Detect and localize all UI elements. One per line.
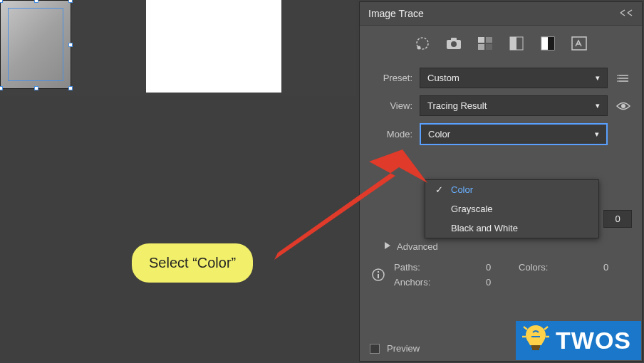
- colors-label: Colors:: [519, 262, 599, 273]
- watermark-badge: TWOS: [516, 321, 641, 360]
- selection-handle[interactable]: [34, 0, 38, 3]
- svg-rect-10: [510, 37, 516, 50]
- preset-select[interactable]: Custom ▾: [420, 68, 608, 88]
- selection-handle[interactable]: [34, 86, 38, 90]
- outline-icon[interactable]: [570, 36, 588, 51]
- view-select[interactable]: Tracing Result ▾: [420, 95, 608, 116]
- eye-icon[interactable]: [615, 101, 632, 111]
- auto-color-icon[interactable]: [413, 36, 432, 51]
- tutorial-callout: Select “Color”: [132, 243, 253, 283]
- svg-line-26: [524, 327, 527, 330]
- svg-point-19: [617, 80, 618, 82]
- grayscale-icon[interactable]: [507, 36, 526, 51]
- camera-icon[interactable]: [445, 36, 463, 51]
- paths-label: Paths:: [394, 262, 482, 273]
- mode-option-label: Color: [451, 184, 473, 195]
- svg-point-18: [617, 78, 618, 79]
- preview-checkbox[interactable]: [370, 344, 380, 354]
- artboard[interactable]: [146, 0, 281, 93]
- lightbulb-icon: [521, 322, 550, 359]
- anchors-label: Anchors:: [394, 277, 482, 288]
- chevron-down-icon: ▾: [596, 73, 600, 83]
- selection-handle[interactable]: [68, 0, 73, 3]
- selection-handle[interactable]: [0, 86, 3, 90]
- svg-point-20: [621, 104, 625, 108]
- colors-count-field[interactable]: 0: [603, 210, 632, 228]
- anchors-value: 0: [486, 277, 514, 288]
- colors-value: 0: [603, 262, 632, 273]
- preset-label: Preset:: [370, 73, 412, 83]
- mode-dropdown: ✓ Color Grayscale Black and White: [425, 179, 599, 238]
- svg-rect-7: [478, 44, 484, 50]
- svg-rect-12: [548, 37, 554, 50]
- color-grid-icon[interactable]: [476, 36, 494, 51]
- black-white-icon[interactable]: [539, 36, 557, 51]
- svg-rect-3: [451, 38, 457, 41]
- svg-point-22: [378, 271, 379, 273]
- selected-object-thumbnail[interactable]: [0, 0, 71, 89]
- view-label: View:: [370, 100, 412, 111]
- panel-menu-icon[interactable]: [619, 9, 633, 19]
- panel-title: Image Trace: [368, 8, 424, 19]
- mode-label: Mode:: [370, 129, 412, 140]
- chevron-down-icon: ▾: [596, 101, 600, 110]
- svg-rect-24: [531, 345, 540, 348]
- mode-select[interactable]: Color ▾: [420, 123, 608, 145]
- svg-rect-6: [486, 37, 492, 43]
- preview-row: Preview: [370, 343, 420, 354]
- preview-label: Preview: [387, 343, 420, 354]
- svg-line-27: [544, 327, 548, 330]
- svg-rect-23: [378, 274, 379, 278]
- info-icon: [370, 268, 387, 281]
- svg-point-1: [417, 46, 421, 50]
- mode-option-label: Black and White: [451, 223, 518, 233]
- preset-icon-strip: [360, 26, 642, 64]
- preset-value: Custom: [427, 73, 459, 83]
- selection-box: [8, 8, 63, 81]
- arrow-annotation: [256, 139, 442, 260]
- svg-rect-13: [572, 37, 586, 50]
- mode-value: Color: [428, 129, 450, 140]
- stats-row: Paths: 0 Colors: 0 Anchors: 0: [360, 259, 642, 290]
- chevron-down-icon: ▾: [595, 130, 599, 139]
- mode-option-label: Grayscale: [451, 204, 493, 214]
- svg-rect-5: [478, 37, 484, 43]
- panel-header: Image Trace: [360, 2, 642, 26]
- svg-rect-8: [486, 44, 492, 50]
- mode-option-color[interactable]: ✓ Color: [425, 180, 598, 199]
- mode-option-grayscale[interactable]: Grayscale: [425, 199, 598, 219]
- svg-point-4: [451, 41, 457, 47]
- selection-handle[interactable]: [0, 0, 3, 3]
- canvas-area: [0, 0, 356, 96]
- preset-options-icon[interactable]: [615, 73, 632, 83]
- svg-rect-25: [532, 348, 539, 350]
- view-value: Tracing Result: [427, 100, 487, 111]
- selection-handle[interactable]: [68, 86, 73, 90]
- selection-handle[interactable]: [68, 43, 73, 47]
- svg-point-17: [617, 75, 618, 76]
- watermark-text: TWOS: [556, 327, 631, 354]
- mode-option-black-and-white[interactable]: Black and White: [425, 219, 598, 238]
- paths-value: 0: [486, 262, 514, 273]
